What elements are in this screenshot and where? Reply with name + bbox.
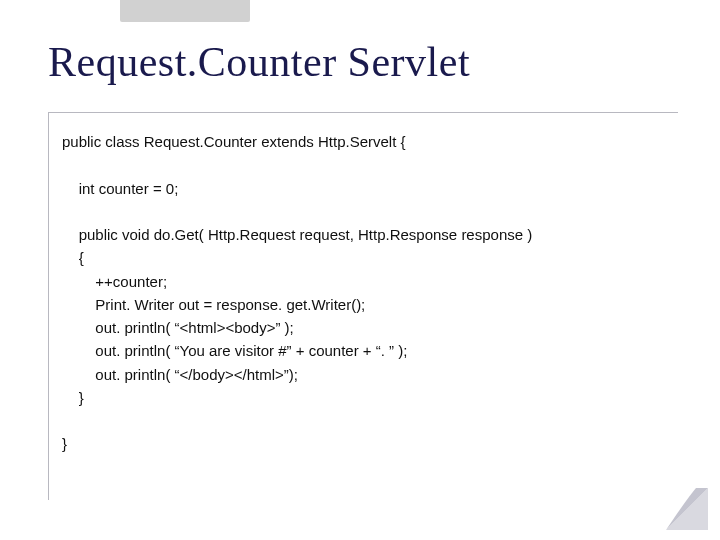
code-line: out. println( “You are visitor #” + coun…	[62, 342, 407, 359]
header-accent-shadow	[120, 0, 250, 22]
slide: Request.Counter Servlet public class Req…	[0, 0, 720, 540]
slide-title: Request.Counter Servlet	[48, 38, 470, 86]
code-block: public class Request.Counter extends Htt…	[62, 130, 532, 456]
code-line: {	[62, 249, 84, 266]
code-line: }	[62, 389, 84, 406]
code-line: public class Request.Counter extends Htt…	[62, 133, 406, 150]
code-line: Print. Writer out = response. get.Writer…	[62, 296, 365, 313]
divider-vertical	[48, 112, 49, 500]
page-curl-icon	[666, 488, 708, 530]
divider-horizontal	[48, 112, 678, 113]
code-line: ++counter;	[62, 273, 167, 290]
code-line: public void do.Get( Http.Request request…	[62, 226, 532, 243]
code-line: }	[62, 435, 67, 452]
code-line: out. println( “<html><body>” );	[62, 319, 294, 336]
code-line: int counter = 0;	[62, 180, 178, 197]
code-line: out. println( “</body></html>”);	[62, 366, 298, 383]
